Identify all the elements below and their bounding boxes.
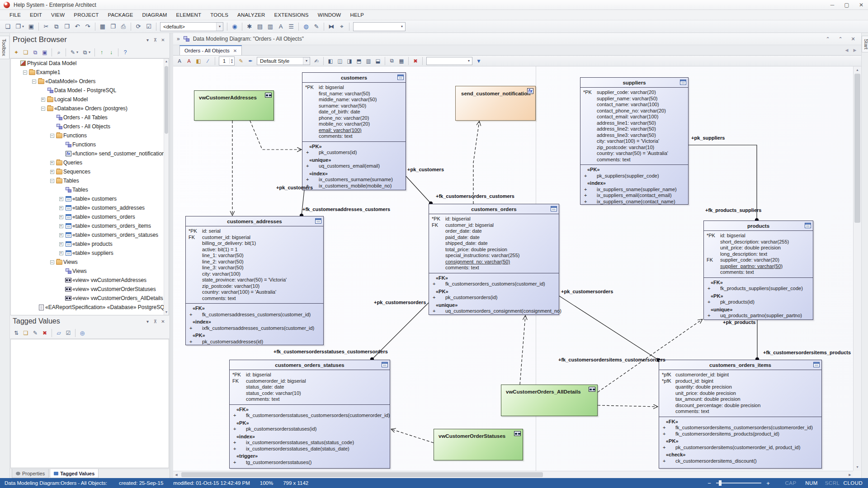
dropdown-menu-icon[interactable]: ▾ (144, 36, 151, 44)
tree-item-view-vwcustomeraddresses[interactable]: «view» vwCustomerAddresses (11, 276, 169, 285)
project-tree-scrollbar[interactable]: ▲ ▼ (164, 59, 169, 315)
expand-icon[interactable]: + (58, 215, 64, 219)
scrollbar-thumb[interactable] (165, 66, 168, 134)
chevron-down-icon[interactable]: ▾ (89, 50, 92, 54)
menu-package[interactable]: PACKAGE (104, 11, 137, 19)
zoom-in-button[interactable]: + (764, 480, 772, 487)
vertical-scrollbar[interactable]: ▲ ▼ (853, 66, 861, 471)
edit-icon[interactable]: ✎ (68, 48, 77, 57)
scroll-right-icon[interactable]: ▶ (847, 471, 853, 478)
font-icon[interactable]: A (175, 56, 184, 65)
delete-tag-icon[interactable]: ✖ (40, 328, 49, 338)
collapse-icon[interactable]: ⌃ (823, 36, 832, 42)
new-model-icon[interactable]: ✦ (12, 48, 21, 57)
tree-item-table-customers-orders-items[interactable]: +«table» customers_orders_items (11, 221, 169, 230)
tree-item-tables[interactable]: −Tables (11, 176, 169, 185)
scrollbar-thumb[interactable] (181, 472, 543, 477)
pencil-icon[interactable]: ✎ (311, 22, 321, 32)
font-color-icon[interactable]: A (184, 56, 193, 65)
menu-tools[interactable]: TOOLS (206, 11, 232, 19)
zoom-slider-thumb[interactable] (719, 480, 722, 486)
help-icon[interactable]: ◎ (78, 328, 87, 338)
scroll-up-icon[interactable]: ▲ (164, 59, 169, 64)
tree-item-functions[interactable]: −Functions (11, 131, 169, 140)
diagram-view-vwcustomeraddresses[interactable]: vwCustomerAddresses (194, 90, 274, 121)
toolbox-side-tab[interactable]: Toolbox (0, 36, 9, 59)
tree-item-table-customers-addresses[interactable]: +«table» customers_addresses (11, 203, 169, 212)
copy-icon[interactable]: ⧉ (52, 22, 61, 32)
tree-item-table-customers-orders[interactable]: +«table» customers_orders (11, 212, 169, 221)
grid-icon[interactable]: ▤ (255, 22, 265, 32)
line-color-icon[interactable]: ∕ (203, 56, 212, 65)
chevron-down-icon[interactable]: ▾ (399, 24, 405, 28)
tree-item-views[interactable]: −Views (11, 258, 169, 267)
chevron-down-icon[interactable]: ▾ (216, 23, 223, 31)
scroll-down-icon[interactable]: ▼ (854, 465, 861, 470)
tree-item-example1[interactable]: −Example1 (11, 68, 169, 77)
text-icon[interactable]: A (276, 22, 286, 32)
tree-item-queries[interactable]: +Queries (11, 158, 169, 167)
prev-tab-icon[interactable]: ◀ (843, 48, 850, 52)
new-package-icon[interactable]: ❏ (21, 48, 30, 57)
sort-icon[interactable]: ⇅ (12, 328, 21, 338)
menu-window[interactable]: WINDOW (314, 11, 345, 19)
diagram-view-vwcustomerorderstatuses[interactable]: vwCustomerOrderStatuses (434, 429, 523, 460)
layout-icon[interactable]: ▦ (397, 56, 406, 65)
scroll-down-icon[interactable]: ▼ (164, 310, 169, 315)
expand-icon[interactable]: + (49, 161, 55, 165)
lock-indicator-cap[interactable]: CAP (780, 480, 801, 486)
menu-view[interactable]: VIEW (47, 11, 69, 19)
menu-project[interactable]: PROJECT (70, 11, 103, 19)
diagram-table-products[interactable]: products*PKid: bigserialshort_descriptio… (703, 221, 813, 320)
tree-item-table-customers-orders-statuses[interactable]: +«table» customers_orders_statuses (11, 230, 169, 239)
tree-item-view-vwcustomerorderstatuses[interactable]: «view» vwCustomerOrderStatuses (11, 285, 169, 294)
edit-tag-icon[interactable]: ✎ (31, 328, 40, 338)
chevron-down-icon[interactable]: ▾ (76, 50, 80, 54)
redo-icon[interactable]: ↷ (83, 22, 93, 32)
tree-item-table-products[interactable]: +«table» products (11, 239, 169, 249)
tree-item-eareportspecification-database-postgresql[interactable]: «EAReportSpecification» «Database» Postg… (11, 303, 169, 312)
zoom-out-button[interactable]: − (705, 480, 713, 487)
move-up-icon[interactable]: ↑ (97, 48, 106, 57)
style-dropper-icon[interactable]: ✒ (246, 56, 255, 65)
style-combo[interactable]: Default Style▾ (257, 57, 310, 65)
lock-indicator-scrl[interactable]: SCRL (822, 480, 843, 486)
tag-icon[interactable]: ▱ (54, 328, 63, 338)
tree-item-datamodel-orders[interactable]: −«DataModel» Orders (11, 77, 169, 86)
start-side-tab[interactable]: Start (862, 36, 868, 52)
diagram-table-suppliers[interactable]: suppliers*PKsupplier_code: varchar(20)su… (580, 77, 689, 205)
new-diagram-icon[interactable]: ⧉ (31, 48, 40, 57)
tree-item-physical-data-model[interactable]: Physical Data Model (11, 59, 169, 68)
save-icon[interactable]: ▣ (26, 22, 36, 32)
align-center-icon[interactable]: ◫ (335, 56, 344, 65)
tab-tagged-values[interactable]: Tagged Values (50, 469, 99, 478)
scroll-left-icon[interactable]: ◀ (173, 471, 179, 478)
maximize-button[interactable]: ▢ (843, 2, 851, 8)
diagram-table-customers-orders[interactable]: customers_orders*PKid: bigserialFKcustom… (429, 204, 559, 315)
collapse-icon[interactable]: − (22, 70, 28, 75)
tree-item-sequences[interactable]: +Sequences (11, 167, 169, 176)
close-icon[interactable]: ✕ (159, 318, 167, 325)
menu-help[interactable]: HELP (346, 11, 368, 19)
menu-element[interactable]: ELEMENT (172, 11, 206, 19)
dropdown-menu-icon[interactable]: ▾ (144, 318, 151, 325)
chevron-down-icon[interactable]: ▾ (466, 59, 472, 63)
locate-icon[interactable]: ⌖ (337, 22, 347, 32)
tree-item-data-model-postgresql[interactable]: Data Model - PostgreSQL (11, 86, 169, 95)
pin-icon[interactable]: ⊼ (151, 36, 159, 44)
close-icon[interactable]: ✕ (159, 36, 167, 44)
help-icon[interactable]: ? (121, 48, 130, 57)
format-painter-icon[interactable]: ✎ (236, 56, 245, 65)
next-tab-icon[interactable]: ▶ (851, 48, 859, 52)
align-top-icon[interactable]: ⬒ (354, 56, 363, 65)
chevron-down-icon[interactable]: ▾ (303, 57, 310, 65)
lock-indicator-cloud[interactable]: CLOUD (843, 480, 863, 486)
tree-item-database-orders-postgres[interactable]: −«Database» Orders (postgres) (11, 104, 169, 113)
filter-icon[interactable]: ▼ (474, 56, 483, 65)
align-middle-icon[interactable]: ▥ (364, 56, 373, 65)
duplicate-icon[interactable]: ⧉ (80, 48, 90, 57)
align-left-icon[interactable]: ◧ (326, 56, 335, 65)
open-icon[interactable]: ❐ (13, 22, 23, 32)
expand-icon[interactable]: + (58, 206, 64, 210)
line-width-spinner[interactable]: 1▲▼ (219, 56, 235, 66)
